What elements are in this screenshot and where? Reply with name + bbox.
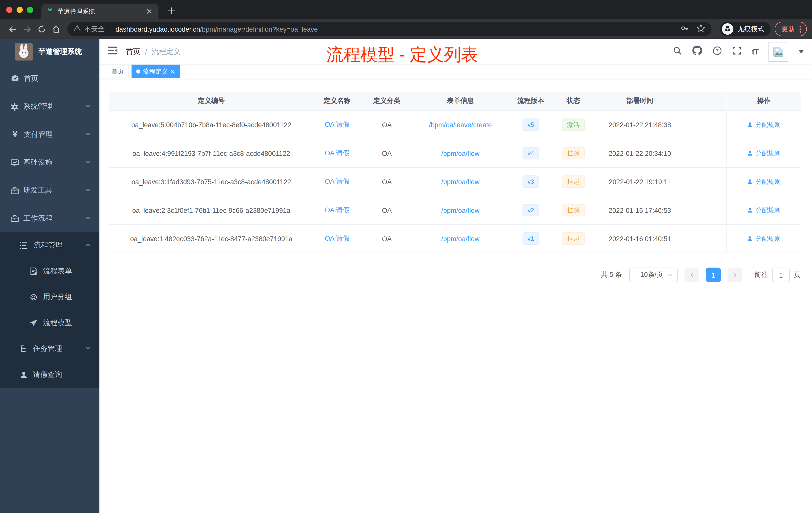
zoom-window-button[interactable] bbox=[27, 6, 33, 13]
back-button[interactable] bbox=[5, 22, 20, 36]
browser-update-button[interactable]: 更新 bbox=[775, 22, 807, 36]
breadcrumb-home[interactable]: 首页 bbox=[126, 47, 140, 56]
security-label[interactable]: 不安全 bbox=[84, 24, 105, 34]
forward-button[interactable] bbox=[20, 22, 34, 36]
version-badge: v1 bbox=[522, 233, 539, 245]
form-link[interactable]: /bpm/oa/flow bbox=[441, 235, 480, 242]
minimize-window-button[interactable] bbox=[17, 6, 23, 13]
assign-rule-button[interactable]: 分配规则 bbox=[747, 177, 780, 186]
col-header-definition-id: 定义编号 bbox=[109, 96, 313, 105]
chevron-down-icon bbox=[85, 158, 91, 167]
assign-rule-button[interactable]: 分配规则 bbox=[747, 149, 780, 158]
assign-rule-button[interactable]: 分配规则 bbox=[747, 234, 780, 243]
chevron-up-icon bbox=[85, 241, 91, 249]
sidebar-item-process-management[interactable]: 流程管理 bbox=[0, 233, 99, 258]
tag-label: 首页 bbox=[111, 67, 124, 76]
sidebar-item-payment[interactable]: ¥ 支付管理 bbox=[0, 121, 99, 149]
user-avatar[interactable] bbox=[768, 42, 788, 61]
address-bar[interactable]: 不安全 dashboard.yudao.iocoder.cn/bpm/manag… bbox=[67, 22, 712, 36]
form-link[interactable]: /bpm/oa/flow bbox=[441, 206, 480, 214]
tab-close-icon[interactable] bbox=[145, 7, 153, 16]
active-dot-icon bbox=[136, 69, 140, 73]
browser-tab[interactable]: 芋道管理系统 bbox=[41, 3, 158, 19]
sidebar-item-infrastructure[interactable]: 基础设施 bbox=[0, 149, 99, 176]
definition-category: OA bbox=[361, 235, 413, 242]
pagination-total: 共 5 条 bbox=[601, 270, 622, 280]
definition-category: OA bbox=[361, 121, 413, 129]
version-badge: v5 bbox=[522, 118, 539, 131]
table-row: oa_leave:1:482ec033-762a-11ec-8477-a2380… bbox=[109, 224, 801, 253]
next-page-button[interactable] bbox=[728, 268, 742, 282]
tag-close-icon[interactable] bbox=[171, 69, 175, 74]
table-row: oa_leave:5:004b710b-7b8a-11ec-8ef0-acde4… bbox=[109, 111, 801, 139]
sidebar-item-label: 研发工具 bbox=[23, 186, 53, 195]
logo-avatar bbox=[15, 43, 33, 60]
assign-rule-button[interactable]: 分配规则 bbox=[747, 120, 780, 129]
definition-name-link[interactable]: OA 请假 bbox=[325, 206, 349, 214]
page-size-select[interactable]: 10条/页 bbox=[629, 268, 678, 282]
prev-page-button[interactable] bbox=[685, 268, 699, 282]
robot-face-icon bbox=[30, 293, 38, 301]
close-window-button[interactable] bbox=[6, 6, 12, 13]
sidebar-logo[interactable]: 芋道管理系统 bbox=[0, 39, 99, 65]
sidebar-item-user-group[interactable]: 用户分组 bbox=[0, 284, 99, 310]
sidebar-item-process-form[interactable]: 流程表单 bbox=[0, 258, 99, 284]
password-key-icon[interactable] bbox=[680, 24, 689, 34]
sidebar-item-label: 请假查询 bbox=[33, 370, 62, 380]
goto-page-input[interactable] bbox=[772, 268, 790, 282]
workflow-submenu: 流程管理 流程表单 用户分组 流程模型 任务管理 bbox=[0, 233, 99, 388]
sidebar-item-leave-query[interactable]: 请假查询 bbox=[0, 362, 99, 388]
tag-home[interactable]: 首页 bbox=[107, 65, 128, 78]
url-path: /bpm/manager/definition?key=oa_leave bbox=[200, 25, 318, 33]
home-button[interactable] bbox=[49, 22, 63, 36]
sidebar-item-label: 流程模型 bbox=[43, 318, 72, 328]
sidebar-item-process-model[interactable]: 流程模型 bbox=[0, 310, 99, 336]
definition-name-link[interactable]: OA 请假 bbox=[325, 121, 349, 128]
help-icon[interactable]: ? bbox=[713, 46, 722, 57]
sidebar-item-home[interactable]: 首页 bbox=[0, 65, 99, 93]
incognito-badge: 无痕模式 bbox=[720, 22, 771, 36]
sidebar-item-label: 用户分组 bbox=[43, 292, 72, 302]
sidebar-item-label: 任务管理 bbox=[33, 344, 62, 354]
sidebar-item-label: 流程表单 bbox=[43, 267, 72, 276]
page-number-1[interactable]: 1 bbox=[706, 268, 721, 282]
sidebar-item-dev-tools[interactable]: 研发工具 bbox=[0, 176, 99, 204]
incognito-icon bbox=[722, 23, 733, 35]
tag-process-definition[interactable]: 流程定义 bbox=[132, 65, 180, 78]
fullscreen-icon[interactable] bbox=[732, 46, 742, 57]
sidebar-item-workflow[interactable]: 工作流程 bbox=[0, 205, 99, 233]
sidebar-item-task-management[interactable]: 任务管理 bbox=[0, 336, 99, 362]
version-badge: v3 bbox=[522, 175, 539, 188]
form-link[interactable]: /bpm/oa/flow bbox=[441, 149, 480, 157]
page-url[interactable]: dashboard.yudao.iocoder.cn/bpm/manager/d… bbox=[116, 25, 318, 33]
new-tab-button[interactable] bbox=[165, 4, 178, 18]
github-icon[interactable] bbox=[692, 46, 702, 58]
deploy-time: 2022-01-16 01:40:51 bbox=[593, 235, 687, 242]
bookmark-star-icon[interactable] bbox=[696, 24, 705, 34]
avatar-caret-down-icon[interactable] bbox=[799, 50, 804, 53]
chevron-down-icon bbox=[85, 345, 91, 353]
status-badge: 挂起 bbox=[562, 147, 585, 160]
browser-menu-kebab-icon[interactable] bbox=[800, 26, 801, 32]
font-size-icon[interactable]: tT bbox=[752, 47, 758, 56]
assign-rule-button[interactable]: 分配规则 bbox=[747, 206, 780, 215]
sidebar-item-label: 支付管理 bbox=[24, 130, 53, 139]
definition-name-link[interactable]: OA 请假 bbox=[325, 177, 349, 185]
sidebar-item-system[interactable]: 系统管理 bbox=[0, 93, 99, 120]
search-icon[interactable] bbox=[673, 46, 682, 57]
col-header-definition-name: 定义名称 bbox=[313, 96, 361, 105]
hamburger-icon[interactable] bbox=[108, 46, 117, 57]
col-header-deploy-time: 部署时间 bbox=[593, 96, 687, 105]
form-link[interactable]: /bpm/oa/leave/create bbox=[429, 121, 492, 129]
definition-id: oa_leave:3:1fad3d93-7b75-11ec-a3c8-acde4… bbox=[109, 178, 313, 185]
yen-icon: ¥ bbox=[10, 129, 20, 140]
broken-image-icon bbox=[773, 46, 784, 57]
dashboard-icon bbox=[10, 74, 20, 83]
definition-name-link[interactable]: OA 请假 bbox=[325, 149, 349, 157]
definition-category: OA bbox=[361, 178, 413, 185]
reload-button[interactable] bbox=[34, 22, 49, 36]
definition-name-link[interactable]: OA 请假 bbox=[325, 234, 349, 242]
security-warning-icon[interactable] bbox=[74, 25, 81, 33]
definition-category: OA bbox=[361, 149, 413, 157]
form-link[interactable]: /bpm/oa/flow bbox=[441, 178, 480, 185]
